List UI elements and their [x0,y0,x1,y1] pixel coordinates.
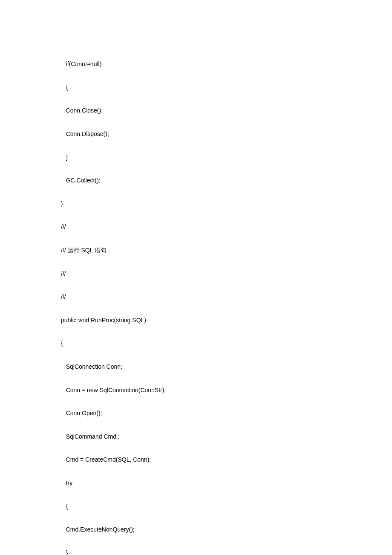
code-line: /// [61,291,392,303]
code-line: if(Conn!=null) [61,58,392,70]
code-line: } [61,152,392,163]
code-line: /// [61,268,392,280]
code-line: Cmd = CreateCmd(SQL, Conn); [61,454,392,465]
code-line: SqlConnection Conn; [61,361,392,373]
code-line: /// [61,221,392,233]
code-line: Conn = new SqlConnection(ConnStr); [61,384,392,396]
code-line: Cmd.ExecuteNonQuery(); [61,524,392,535]
code-line: { [61,338,392,349]
code-document: if(Conn!=null) { Conn.Close(); Conn.Disp… [0,0,392,555]
code-line: try [61,477,392,489]
code-line: public void RunProc(string SQL) [61,315,392,326]
code-line: Conn.Close(); [61,105,392,116]
code-line: { [61,501,392,512]
code-line: SqlCommand Cmd ; [61,431,392,442]
code-line: } [61,198,392,210]
code-line: Conn.Dispose(); [61,128,392,140]
code-line: /// 运行 SQL 语句 [61,245,392,256]
code-line: Conn.Open(); [61,408,392,419]
code-line: { [61,82,392,93]
code-line: GC.Collect(); [61,175,392,186]
code-line: } [61,547,392,555]
